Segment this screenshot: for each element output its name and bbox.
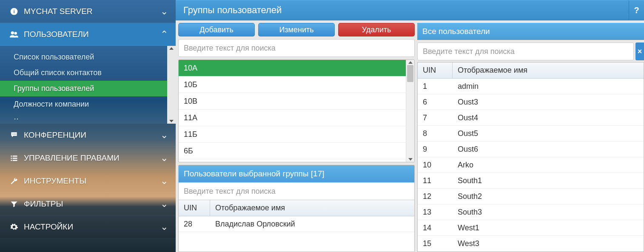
sidebar-section-rights[interactable]: УПРАВЛЕНИЕ ПРАВАМИ⌄ bbox=[0, 147, 176, 170]
user-uin: 11 bbox=[418, 176, 453, 185]
sidebar-section-label: КОНФЕРЕНЦИИ bbox=[24, 130, 160, 140]
sidebar: iMYCHAT SERVER⌄ПОЛЬЗОВАТЕЛИ⌃Список польз… bbox=[0, 0, 176, 252]
user-row[interactable]: 7Oust4 bbox=[418, 110, 644, 126]
all-users-table-header: UIN Отображаемое имя bbox=[418, 62, 644, 79]
chevron-down-icon: ⌄ bbox=[160, 176, 168, 187]
user-name: West3 bbox=[453, 239, 644, 248]
user-uin: 12 bbox=[418, 192, 453, 201]
sidebar-section-label: НАСТРОЙКИ bbox=[24, 222, 160, 232]
chat-icon bbox=[9, 131, 20, 139]
page-title: Группы пользователей bbox=[176, 5, 629, 16]
members-col-name[interactable]: Отображаемое имя bbox=[210, 200, 414, 216]
edit-button[interactable]: Изменить bbox=[258, 23, 335, 37]
sidebar-item-0[interactable]: Список пользователей bbox=[0, 49, 167, 65]
sidebar-item-1[interactable]: Общий список контактов bbox=[0, 65, 167, 81]
user-row[interactable]: 6Oust3 bbox=[418, 94, 644, 110]
sidebar-section-label: MYCHAT SERVER bbox=[24, 7, 160, 16]
svg-rect-11 bbox=[11, 160, 12, 161]
group-row[interactable]: 11Б bbox=[179, 126, 406, 143]
user-name: Oust3 bbox=[453, 98, 644, 107]
user-name: South1 bbox=[453, 176, 644, 185]
sidebar-item-3[interactable]: Должности компании bbox=[0, 96, 167, 112]
all-users-search-row: × bbox=[417, 42, 644, 60]
user-uin: 15 bbox=[418, 239, 453, 248]
scroll-thumb[interactable] bbox=[407, 65, 413, 82]
svg-rect-12 bbox=[13, 160, 17, 161]
chevron-down-icon: ⌄ bbox=[160, 198, 168, 210]
user-row[interactable]: 14West1 bbox=[418, 220, 644, 236]
sidebar-section-label: УПРАВЛЕНИЕ ПРАВАМИ bbox=[24, 153, 160, 163]
svg-point-4 bbox=[13, 133, 14, 134]
sidebar-submenu-scrollbar[interactable] bbox=[167, 46, 176, 124]
members-search-input[interactable] bbox=[179, 182, 414, 200]
sidebar-section-filters[interactable]: ФИЛЬТРЫ⌄ bbox=[0, 193, 176, 215]
members-col-uin[interactable]: UIN bbox=[179, 200, 210, 216]
user-name: Oust6 bbox=[453, 145, 644, 154]
user-uin: 10 bbox=[418, 161, 453, 170]
wrench-icon bbox=[9, 177, 20, 185]
sidebar-section-label: ФИЛЬТРЫ bbox=[24, 199, 160, 209]
gear-icon bbox=[9, 223, 20, 231]
svg-point-5 bbox=[14, 133, 15, 134]
sidebar-section-tools[interactable]: ИНСТРУМЕНТЫ⌄ bbox=[0, 170, 176, 193]
member-uin: 28 bbox=[179, 220, 210, 229]
user-row[interactable]: 15West3 bbox=[418, 236, 644, 252]
chevron-down-icon: ⌄ bbox=[160, 153, 168, 164]
member-row[interactable]: 28Владислав Орловский bbox=[179, 216, 414, 232]
user-name: admin bbox=[453, 82, 644, 91]
user-uin: 8 bbox=[418, 129, 453, 138]
group-row[interactable]: 10Б bbox=[179, 76, 406, 93]
scroll-down-icon[interactable] bbox=[408, 158, 413, 161]
user-row[interactable]: 12South2 bbox=[418, 189, 644, 204]
toolbar: Добавить Изменить Удалить bbox=[178, 23, 415, 37]
all-users-col-uin[interactable]: UIN bbox=[418, 62, 453, 78]
groups-search-input[interactable] bbox=[178, 39, 415, 57]
user-row[interactable]: 10Arko bbox=[418, 157, 644, 173]
all-users-table: UIN Отображаемое имя 1admin6Oust37Oust48… bbox=[417, 62, 644, 252]
member-name: Владислав Орловский bbox=[210, 220, 414, 229]
user-row[interactable]: 8Oust5 bbox=[418, 126, 644, 142]
user-name: Oust5 bbox=[453, 129, 644, 138]
add-button[interactable]: Добавить bbox=[178, 23, 255, 37]
user-row[interactable]: 11South1 bbox=[418, 173, 644, 189]
delete-button[interactable]: Удалить bbox=[338, 23, 415, 37]
groups-list: 10А10Б10В11А11Б6Б bbox=[179, 60, 406, 162]
svg-rect-8 bbox=[13, 156, 17, 157]
scroll-up-icon[interactable] bbox=[169, 47, 174, 50]
sidebar-section-server[interactable]: iMYCHAT SERVER⌄ bbox=[0, 0, 176, 23]
all-users-col-name[interactable]: Отображаемое имя bbox=[453, 62, 644, 78]
scroll-up-icon[interactable] bbox=[408, 61, 413, 64]
groups-list-body: 10А10Б10В11А11Б6Б bbox=[179, 60, 414, 162]
user-name: Oust4 bbox=[453, 113, 644, 122]
all-users-title: Все пользователи bbox=[417, 23, 644, 40]
user-row[interactable]: 9Oust6 bbox=[418, 142, 644, 157]
sidebar-more-indicator: ‥ bbox=[0, 112, 167, 122]
users-icon bbox=[9, 30, 20, 39]
user-uin: 14 bbox=[418, 224, 453, 232]
sidebar-section-settings[interactable]: НАСТРОЙКИ⌄ bbox=[0, 215, 176, 238]
chevron-down-icon: ⌄ bbox=[160, 221, 168, 232]
svg-rect-7 bbox=[11, 156, 12, 157]
user-name: West1 bbox=[453, 224, 644, 232]
group-row[interactable]: 10А bbox=[179, 60, 406, 76]
scroll-down-icon[interactable] bbox=[169, 120, 174, 122]
help-button[interactable]: ? bbox=[629, 0, 644, 20]
all-users-search-input[interactable] bbox=[417, 42, 634, 60]
sidebar-section-users[interactable]: ПОЛЬЗОВАТЕЛИ⌃ bbox=[0, 23, 176, 46]
sidebar-section-label: ИНСТРУМЕНТЫ bbox=[24, 176, 160, 186]
list-icon bbox=[9, 154, 20, 162]
clear-search-button[interactable]: × bbox=[635, 42, 644, 60]
sidebar-item-2[interactable]: Группы пользователей bbox=[0, 81, 167, 96]
filter-icon bbox=[9, 200, 20, 208]
left-column: Добавить Изменить Удалить 10А10Б10В11А11… bbox=[178, 23, 415, 252]
svg-rect-9 bbox=[11, 158, 12, 159]
sidebar-section-conferences[interactable]: КОНФЕРЕНЦИИ⌄ bbox=[0, 124, 176, 147]
group-row[interactable]: 10В bbox=[179, 93, 406, 110]
groups-scrollbar[interactable] bbox=[406, 60, 414, 162]
scroll-track[interactable] bbox=[406, 65, 414, 157]
user-row[interactable]: 1admin bbox=[418, 79, 644, 94]
user-uin: 7 bbox=[418, 113, 453, 122]
group-row[interactable]: 11А bbox=[179, 110, 406, 126]
group-row[interactable]: 6Б bbox=[179, 143, 406, 159]
user-row[interactable]: 13South3 bbox=[418, 204, 644, 220]
